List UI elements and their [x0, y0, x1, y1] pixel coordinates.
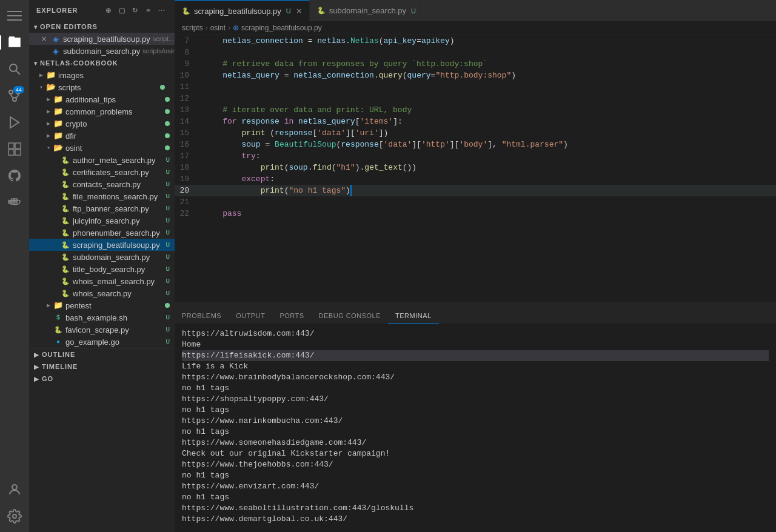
settings-icon[interactable]: [4, 505, 25, 527]
common-dot: [165, 109, 170, 114]
svg-rect-10: [8, 143, 14, 148]
code-line-21: 21: [175, 196, 776, 208]
file-favicon-scrape[interactable]: ▶ 🐍 favicon_scrape.py U: [29, 324, 175, 336]
folder-scripts[interactable]: ▾ 📂 scripts: [29, 81, 175, 93]
folder-pentest[interactable]: ▶ 📁 pentest: [29, 299, 175, 311]
refresh-icon[interactable]: ↻: [130, 5, 141, 16]
code-line-18: 18 print(soup.find("h1").get_text()): [175, 162, 776, 173]
terminal-line: Life is a Kick: [182, 361, 769, 372]
file-scraping-beatifulsoup[interactable]: ▶ 🐍 scraping_beatifulsoup.py U: [29, 239, 175, 251]
search-icon[interactable]: [4, 58, 25, 80]
folder-crypto[interactable]: ▶ 📁 crypto: [29, 118, 175, 130]
code-line-11: 11: [175, 81, 776, 93]
svg-rect-11: [15, 143, 21, 148]
terminal-line: https://www.someonehasdiedgame.com:443/: [182, 437, 769, 448]
close-tab-icon[interactable]: ✕: [39, 34, 48, 44]
source-control-icon[interactable]: 44: [4, 85, 25, 107]
terminal-line: Check out our original Kickstarter campa…: [182, 448, 769, 459]
code-line-16: 16 soup = BeautifulSoup(response['data']…: [175, 139, 776, 150]
docker-icon[interactable]: [4, 191, 25, 213]
source-control-badge: 44: [13, 86, 24, 93]
terminal-line: no h1 tags: [182, 470, 769, 481]
panel-tabs: PROBLEMS OUTPUT PORTS DEBUG CONSOLE TERM…: [175, 302, 776, 324]
panel-tab-problems[interactable]: PROBLEMS: [175, 308, 229, 324]
file-ftp-banner[interactable]: ▶ 🐍 ftp_banner_search.py U: [29, 202, 175, 214]
tab-scraping[interactable]: 🐍 scraping_beatifulsoup.py U ✕: [175, 0, 310, 21]
breadcrumb-file[interactable]: scraping_beatifulsoup.py: [241, 24, 322, 32]
open-editor-subdomain[interactable]: ✕ ◈ subdomain_search.py scripts/osint U: [29, 45, 175, 57]
main-area: 🐍 scraping_beatifulsoup.py U ✕ 🐍 subdoma…: [175, 0, 776, 532]
file-file-mentions[interactable]: ▶ 🐍 file_mentions_search.py U: [29, 190, 175, 202]
panel-tab-output[interactable]: OUTPUT: [229, 308, 272, 324]
account-icon[interactable]: [4, 479, 25, 500]
run-icon[interactable]: [4, 111, 25, 133]
terminal-line: https://www.envizart.com:443/: [182, 481, 769, 492]
file-certificates[interactable]: ▶ 🐍 certificates_search.py U: [29, 166, 175, 178]
svg-rect-16: [15, 201, 17, 203]
folder-dfir[interactable]: ▶ 📁 dfir: [29, 130, 175, 142]
svg-point-20: [13, 514, 16, 518]
file-whois-email[interactable]: ▶ 🐍 whois_email_search.py U: [29, 275, 175, 287]
svg-line-5: [16, 71, 20, 75]
explorer-icon[interactable]: [4, 32, 25, 53]
sidebar: EXPLORER ⊕ ▢ ↻ ≡ ··· ▾ OPEN EDITORS ✕ ◈ …: [29, 0, 175, 532]
pentest-dot: [165, 303, 170, 308]
py-file-icon2: ◈: [51, 46, 61, 56]
file-subdomain[interactable]: ▶ 🐍 subdomain_search.py U: [29, 251, 175, 263]
go-section[interactable]: ▶ GO: [29, 373, 175, 385]
code-line-15: 15 print (response['data']['uri']): [175, 127, 776, 139]
editor-area: 7 netlas_connection = netlas.Netlas(api_…: [175, 35, 776, 532]
terminal-content[interactable]: https://altruwisdom.com:443/ Home https:…: [175, 324, 776, 532]
terminal-line: https://www.thejoehobbs.com:443/: [182, 459, 769, 470]
netlas-cookbook-section[interactable]: ▾ NETLAS-COOKBOOK: [29, 57, 175, 69]
panel-tab-debug[interactable]: DEBUG CONSOLE: [312, 308, 388, 324]
dfir-dot: [165, 133, 170, 138]
code-line-7: 7 netlas_connection = netlas.Netlas(api_…: [175, 35, 776, 47]
collapse-all-icon[interactable]: ≡: [143, 5, 154, 16]
folder-images[interactable]: ▶ 📁 images: [29, 69, 175, 81]
panel-tab-terminal[interactable]: TERMINAL: [388, 308, 439, 324]
file-contacts[interactable]: ▶ 🐍 contacts_search.py U: [29, 178, 175, 190]
svg-rect-13: [15, 150, 21, 155]
timeline-section[interactable]: ▶ TIMELINE: [29, 361, 175, 373]
new-file-icon[interactable]: ⊕: [103, 5, 114, 16]
breadcrumb: scripts › osint › ⊕ scraping_beatifulsou…: [175, 21, 776, 35]
terminal-line: https://altruwisdom.com:443/: [182, 328, 769, 339]
hamburger-menu-icon[interactable]: [4, 5, 25, 27]
terminal-line: no h1 tags: [182, 492, 769, 503]
outline-section[interactable]: ▶ OUTLINE: [29, 348, 175, 361]
more-options-icon[interactable]: ···: [156, 5, 167, 16]
file-author-meta[interactable]: ▶ 🐍 author_meta_search.py U: [29, 154, 175, 166]
tab-py-icon: 🐍: [182, 7, 190, 15]
panel-tab-ports[interactable]: PORTS: [272, 308, 311, 324]
file-juicyinfo[interactable]: ▶ 🐍 juicyinfo_search.py U: [29, 214, 175, 227]
open-editor-scraping[interactable]: ✕ ◈ scraping_beatifulsoup.py script... U: [29, 33, 175, 45]
code-editor[interactable]: 7 netlas_connection = netlas.Netlas(api_…: [175, 35, 776, 302]
folder-common-problems[interactable]: ▶ 📁 common_problems: [29, 105, 175, 118]
extensions-icon[interactable]: [4, 138, 25, 160]
folder-osint[interactable]: ▾ 📂 osint: [29, 142, 175, 154]
crypto-dot: [165, 121, 170, 126]
tab-py-icon2: 🐍: [317, 7, 326, 15]
new-folder-icon[interactable]: ▢: [116, 5, 127, 16]
terminal-line: no h1 tags: [182, 427, 769, 437]
tab-subdomain[interactable]: 🐍 subdomain_search.py U: [310, 0, 421, 21]
open-editors-section[interactable]: ▾ OPEN EDITORS: [29, 21, 175, 33]
folder-additional-tips[interactable]: ▶ 📁 additional_tips: [29, 93, 175, 105]
github-icon[interactable]: [4, 165, 25, 187]
svg-rect-0: [7, 11, 22, 12]
breadcrumb-osint[interactable]: osint: [210, 24, 226, 32]
file-whois[interactable]: ▶ 🐍 whois_search.py U: [29, 287, 175, 299]
code-line-10: 10 netlas_query = netlas_connection.quer…: [175, 70, 776, 81]
svg-point-6: [9, 90, 13, 94]
breadcrumb-scripts[interactable]: scripts: [182, 24, 203, 32]
terminal-line: no h1 tags: [182, 405, 769, 416]
close-tab-scraping[interactable]: ✕: [295, 6, 304, 16]
code-line-14: 14 for response in netlas_query['items']…: [175, 116, 776, 127]
file-phonenumber[interactable]: ▶ 🐍 phonenumber_search.py U: [29, 227, 175, 239]
svg-rect-2: [7, 19, 22, 21]
code-line-19: 19 except:: [175, 173, 776, 185]
file-title-body[interactable]: ▶ 🐍 title_body_search.py U: [29, 263, 175, 275]
file-go-example[interactable]: ▶ ● go_example.go U: [29, 336, 175, 348]
file-bash-example[interactable]: ▶ $ bash_example.sh U: [29, 311, 175, 324]
